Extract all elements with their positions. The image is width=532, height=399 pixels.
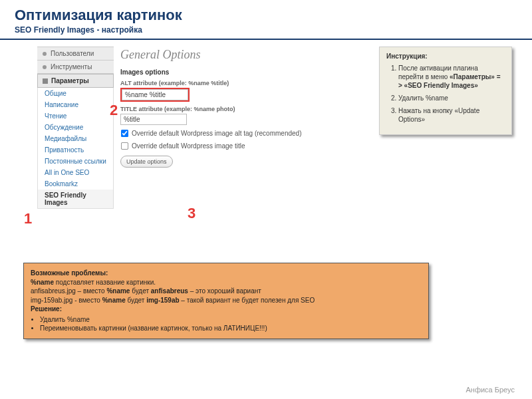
panel-title: General Options (120, 48, 363, 62)
sidebar-sub-item[interactable]: Приватность (37, 144, 114, 156)
author-credit: Анфиса Бреус (466, 386, 515, 394)
sidebar-sub-item[interactable]: Обсуждение (37, 122, 114, 133)
instruction-item: Нажать на кнопку «Update Options» (398, 106, 505, 124)
alt-highlight (120, 88, 190, 102)
problems-line1: %name подставляет название картинки. (31, 278, 422, 287)
instructions-title: Инструкция: (386, 53, 505, 60)
sidebar-sub-item[interactable]: Медиафайлы (37, 133, 114, 144)
override-alt-checkbox[interactable] (121, 130, 128, 137)
slide-title: Оптимизация картинок (15, 7, 517, 24)
wp-settings-panel: General Options Images options ALT attri… (120, 48, 363, 168)
sidebar-item-settings[interactable]: Параметры (37, 74, 114, 88)
instruction-item: Удалить %name (398, 94, 505, 102)
title-input[interactable] (120, 114, 187, 125)
users-icon (41, 51, 48, 57)
alt-input[interactable] (122, 89, 188, 100)
override-alt-label: Override default Wordpress image alt tag… (132, 130, 301, 137)
svg-point-1 (43, 65, 47, 69)
sidebar-item-users-icon[interactable]: Пользователи (37, 47, 114, 60)
instructions-list: После активации плагина перейти в меню «… (386, 64, 505, 124)
title-label: TITLE attribute (example: %name photo) (120, 106, 363, 112)
solution-bullet: Удалить %name (40, 315, 422, 325)
solution-bullets: Удалить %nameПереименовывать картинки (н… (31, 315, 422, 333)
override-title-checkbox[interactable] (121, 142, 128, 150)
wordpress-screenshot: ПользователиИнструментыПараметрыОбщиеНап… (37, 47, 363, 209)
sidebar-sub-item[interactable]: SEO Friendly Images (37, 190, 114, 209)
instruction-item: После активации плагина перейти в меню «… (398, 64, 505, 90)
problems-line2: anfisabreus.jpg – вместо %name будет anf… (31, 287, 422, 296)
section-label: Images options (120, 68, 363, 76)
marker-2: 2 (110, 102, 118, 119)
override-title-row: Override default Wordpress image title (120, 142, 363, 150)
settings-icon (42, 78, 49, 84)
override-title-label: Override default Wordpress image title (132, 142, 245, 150)
sidebar-item-tools-icon[interactable]: Инструменты (37, 60, 114, 74)
override-alt-row: Override default Wordpress image alt tag… (120, 129, 363, 138)
solution-bullet: Переименовывать картинки (название карти… (40, 324, 422, 333)
sidebar-sub-item[interactable]: Bookmarkz (37, 178, 114, 190)
sidebar-sub-item[interactable]: Написание (37, 99, 114, 110)
svg-point-0 (43, 52, 47, 56)
slide-content: ПользователиИнструментыПараметрыОбщиеНап… (0, 40, 532, 352)
slide-subtitle: SEO Friendly Images - настройка (15, 25, 517, 35)
alt-label: ALT attribute (example: %name %title) (120, 80, 363, 86)
problems-box: Возможные проблемы: %name подставляет на… (23, 263, 429, 339)
sidebar-sub-item[interactable]: Общие (37, 88, 114, 99)
wp-sidebar: ПользователиИнструментыПараметрыОбщиеНап… (37, 47, 114, 209)
marker-3: 3 (188, 205, 196, 222)
instructions-box: Инструкция: После активации плагина пере… (379, 47, 512, 135)
sidebar-sub-item[interactable]: All in One SEO (37, 167, 114, 178)
problems-line3: img-159ab.jpg - вместо %name будет img-1… (31, 296, 422, 305)
marker-1: 1 (24, 210, 32, 227)
solution-label: Решение: (31, 305, 62, 313)
problems-title: Возможные проблемы: (31, 269, 108, 277)
sidebar-sub-item[interactable]: Постоянные ссылки (37, 156, 114, 167)
sidebar-sub-item[interactable]: Чтение (37, 110, 114, 122)
slide-header: Оптимизация картинок SEO Friendly Images… (0, 0, 532, 40)
update-options-button[interactable]: Update options (120, 156, 173, 168)
svg-rect-2 (43, 78, 48, 84)
tools-icon (41, 64, 48, 70)
